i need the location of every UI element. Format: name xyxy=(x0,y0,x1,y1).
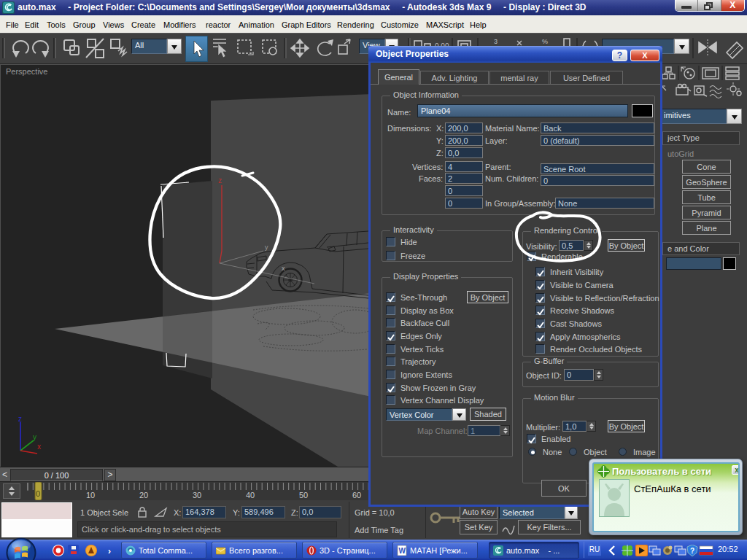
svg-text:y: y xyxy=(33,433,36,441)
svg-text:30: 30 xyxy=(193,491,201,499)
svg-text:0: 0 xyxy=(36,489,40,498)
svg-text:x: x xyxy=(282,265,285,272)
svg-text:20: 20 xyxy=(139,491,148,499)
svg-text:x: x xyxy=(37,443,41,451)
svg-text:y: y xyxy=(265,244,268,251)
svg-text:Perspective: Perspective xyxy=(6,67,47,76)
svg-text:›: › xyxy=(108,546,111,556)
svg-text:z: z xyxy=(18,415,22,423)
svg-text:?: ? xyxy=(690,547,694,555)
svg-text:60: 60 xyxy=(352,491,361,499)
svg-text:%: % xyxy=(542,38,548,45)
svg-text:W: W xyxy=(399,547,406,555)
svg-text:10: 10 xyxy=(86,491,95,499)
svg-text:40: 40 xyxy=(246,491,255,499)
svg-text:3: 3 xyxy=(494,38,498,45)
svg-text:50: 50 xyxy=(299,491,308,499)
svg-text:z: z xyxy=(218,176,222,184)
